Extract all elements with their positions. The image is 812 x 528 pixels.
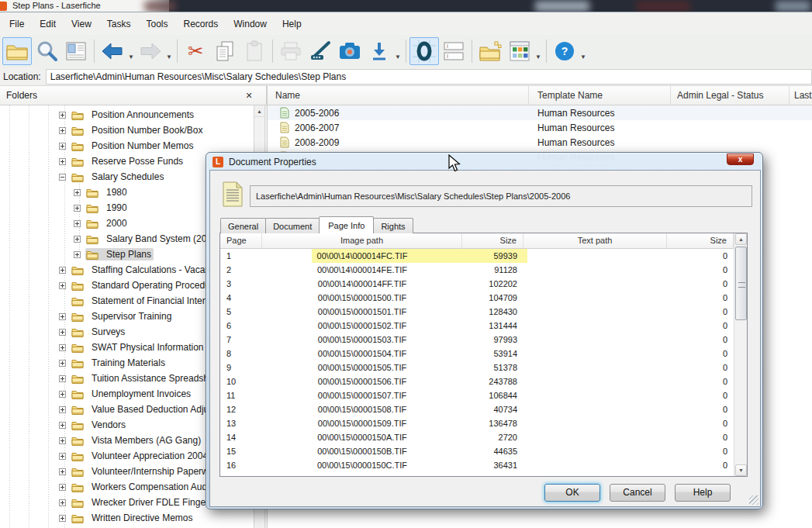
expand-icon[interactable] — [59, 267, 66, 274]
tree-item-reserve-posse-funds[interactable]: Reserve Posse Funds — [59, 154, 185, 169]
page-row-14[interactable]: 1400\00\15\0000150A.TIF27200 — [220, 430, 734, 444]
tree-item-position-number-book-box[interactable]: Position Number Book/Box — [59, 123, 205, 138]
tree-item-vista-members-ag-gang[interactable]: Vista Members (AG Gang) — [59, 433, 203, 448]
tree-item-vendors[interactable]: Vendors — [59, 417, 128, 433]
tree-item-salary-schedules[interactable]: Salary Schedules — [59, 169, 166, 185]
page-row-9[interactable]: 900\00\15\00001505.TIF513780 — [220, 361, 734, 374]
expand-icon[interactable] — [74, 189, 81, 196]
tab-rights[interactable]: Rights — [373, 218, 413, 233]
tree-item-position-number-memos[interactable]: Position Number Memos — [59, 138, 195, 154]
expand-icon[interactable] — [74, 236, 81, 243]
tab-general[interactable]: General — [220, 218, 266, 233]
tree-item-written-directive-memos[interactable]: Written Directive Memos — [59, 510, 195, 526]
page-table-header-text-path-3[interactable]: Text path — [523, 233, 667, 249]
menu-view[interactable]: View — [64, 16, 99, 33]
table-scrollbar[interactable]: ▲▼ — [734, 233, 747, 476]
menu-help[interactable]: Help — [275, 16, 309, 33]
file-row-2005-2006[interactable]: 2005-2006Human Resources — [268, 105, 812, 120]
expand-icon[interactable] — [74, 251, 81, 258]
resize-grip[interactable] — [749, 495, 758, 505]
expand-icon[interactable] — [59, 484, 66, 491]
expand-icon[interactable] — [59, 406, 66, 413]
page-table-header-page-0[interactable]: Page — [220, 233, 262, 249]
tree-item-surveys[interactable]: Surveys — [59, 324, 127, 340]
tree-item-position-announcements[interactable]: Position Announcements — [59, 107, 196, 123]
import-dropdown-icon[interactable]: ▼ — [395, 53, 401, 60]
back-button[interactable] — [98, 37, 127, 65]
expand-icon[interactable] — [59, 499, 66, 506]
scroll-up-icon[interactable]: ▲ — [254, 105, 264, 117]
expand-icon[interactable] — [59, 375, 66, 382]
expand-icon[interactable] — [59, 453, 66, 460]
tree-item-swat-physical-information[interactable]: SWAT Physical Information — [59, 340, 206, 355]
file-row-2006-2007[interactable]: 2006-2007Human Resources — [268, 120, 812, 135]
column-header-admin-legal-status[interactable]: Admin Legal - Status — [671, 86, 790, 105]
page-row-3[interactable]: 300\00\14\000014FF.TIF1022020 — [220, 277, 734, 291]
column-header-template-name[interactable]: Template Name — [529, 86, 671, 105]
page-row-8[interactable]: 800\00\15\00001504.TIF539140 — [220, 347, 734, 361]
scrollbar-thumb[interactable] — [735, 247, 747, 320]
column-header-name[interactable]: Name — [268, 86, 529, 105]
expand-icon[interactable] — [59, 391, 66, 398]
tab-page-info[interactable]: Page Info — [319, 216, 374, 233]
expand-icon[interactable] — [59, 329, 66, 336]
expand-icon[interactable] — [59, 468, 66, 475]
tree-item-volunteer-appreciation-2004[interactable]: Volunteer Appreciation 2004 — [59, 448, 210, 464]
menu-tools[interactable]: Tools — [139, 16, 176, 33]
dialog-titlebar[interactable]: L Document Properties — [213, 155, 316, 168]
page-row-6[interactable]: 600\00\15\00001502.TIF1314440 — [220, 319, 734, 333]
page-row-17[interactable]: 1700\00\15\0000150D.TIF801060 — [220, 472, 734, 477]
menu-records[interactable]: Records — [176, 16, 226, 33]
view-grid-dropdown-icon[interactable]: ▼ — [535, 53, 541, 60]
page-row-4[interactable]: 400\00\15\00001500.TIF1047090 — [220, 291, 734, 305]
tree-item-1990[interactable]: 1990 — [74, 200, 130, 216]
expand-icon[interactable] — [59, 360, 66, 367]
page-row-15[interactable]: 1500\00\15\0000150B.TIF446350 — [220, 444, 734, 458]
tree-item-statement-of-financial-intere[interactable]: Statement of Financial Intere — [59, 293, 213, 309]
page-row-7[interactable]: 700\00\15\00001503.TIF979930 — [220, 333, 734, 347]
page-row-1[interactable]: 100\00\14\000014FC.TIF599390 — [220, 249, 734, 263]
scan-button[interactable] — [306, 37, 335, 65]
page-row-5[interactable]: 500\00\15\00001501.TIF1284300 — [220, 305, 734, 319]
help-dropdown-icon[interactable]: ▼ — [580, 53, 586, 60]
tree-item-salary-band-system-2013[interactable]: Salary Band System (2013 — [74, 231, 219, 247]
expand-icon[interactable] — [59, 158, 66, 165]
file-row-2008-2009[interactable]: 2008-2009Human Resources — [268, 135, 812, 150]
tree-item-wrecker-driver-fdle-fingerp[interactable]: Wrecker Driver FDLE Fingerp — [59, 495, 216, 510]
copy-button[interactable] — [210, 37, 240, 65]
expand-icon[interactable] — [59, 282, 66, 289]
scroll-up-icon[interactable]: ▲ — [735, 233, 747, 245]
menu-edit[interactable]: Edit — [32, 16, 64, 33]
tree-item-staffing-calculations-vacan[interactable]: Staffing Calculations - Vacan — [59, 262, 213, 278]
print-button[interactable] — [276, 37, 306, 65]
page-row-2[interactable]: 200\00\14\000014FE.TIF911280 — [220, 263, 734, 277]
help-button[interactable]: ? — [550, 37, 579, 65]
tree-item-supervisor-training[interactable]: Supervisor Training — [59, 309, 174, 324]
forward-button[interactable] — [136, 37, 165, 65]
page-table-header-size-4[interactable]: Size — [667, 233, 734, 249]
tree-item-standard-operating-procedu[interactable]: Standard Operating Procedu — [59, 278, 213, 293]
photo-button[interactable] — [335, 37, 365, 65]
cancel-button[interactable]: Cancel — [610, 484, 665, 502]
tree-item-value-based-deduction-adjus[interactable]: Value Based Deduction Adjus — [59, 402, 216, 417]
folders-button[interactable] — [2, 37, 32, 65]
tree-item-2000[interactable]: 2000 — [74, 216, 130, 231]
page-table-header-image-path-1[interactable]: Image path — [262, 233, 462, 249]
import-button[interactable] — [365, 37, 394, 65]
cut-button[interactable]: ✂ — [181, 37, 210, 65]
page-row-11[interactable]: 1100\00\15\00001507.TIF1068440 — [220, 388, 734, 402]
page-row-13[interactable]: 1300\00\15\00001509.TIF1364780 — [220, 416, 734, 430]
search-button[interactable] — [32, 37, 61, 65]
tree-item-training-materials[interactable]: Training Materials — [59, 355, 168, 371]
help-button[interactable]: Help — [675, 484, 731, 502]
menu-file[interactable]: File — [2, 16, 32, 33]
tab-document[interactable]: Document — [265, 218, 320, 233]
menu-tasks[interactable]: Tasks — [99, 16, 139, 33]
page-row-16[interactable]: 1600\00\15\0000150C.TIF364310 — [220, 458, 734, 472]
expand-icon[interactable] — [74, 205, 81, 212]
expand-icon[interactable] — [59, 127, 66, 134]
tree-item-step-plans[interactable]: Step Plans — [74, 247, 154, 262]
expand-icon[interactable] — [59, 112, 66, 119]
expand-icon[interactable] — [59, 344, 66, 351]
tree-item-workers-compensation-audi[interactable]: Workers Compensation Audi — [59, 479, 212, 495]
